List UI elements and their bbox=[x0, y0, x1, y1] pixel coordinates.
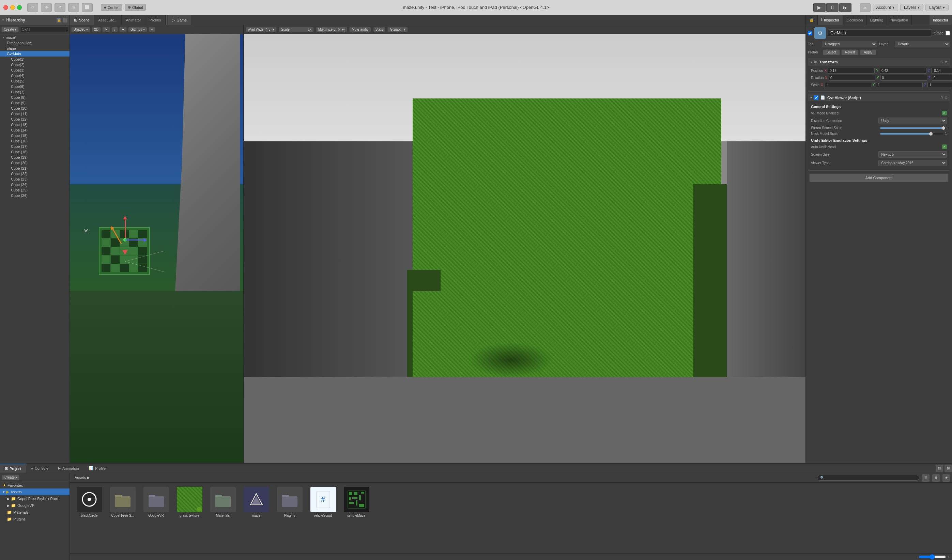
hierarchy-item-cube19[interactable]: Cube (19) bbox=[0, 155, 70, 160]
auto-untilt-checkbox[interactable]: ✓ bbox=[942, 144, 947, 149]
asset-simplemaze[interactable]: simpleMaze bbox=[341, 487, 372, 517]
move-tool[interactable]: ✥ bbox=[41, 3, 52, 12]
global-local-button[interactable]: ⊕ Global bbox=[125, 4, 146, 11]
hierarchy-item-cube23[interactable]: Cube (23) bbox=[0, 176, 70, 182]
stats-button[interactable]: Stats bbox=[373, 27, 386, 32]
layer-select[interactable]: Default bbox=[895, 41, 950, 47]
gvr-settings-icon[interactable]: ⚙ bbox=[944, 96, 947, 99]
vr-mode-checkbox[interactable]: ✓ bbox=[942, 111, 947, 116]
asset-materials[interactable]: Materials bbox=[207, 487, 238, 517]
expand-icon[interactable]: ⊞ bbox=[944, 464, 952, 472]
hierarchy-item-cube16[interactable]: Cube (16) bbox=[0, 138, 70, 144]
aspect-dropdown[interactable]: iPad Wide (4:3) ▾ bbox=[246, 27, 277, 32]
cloud-button[interactable]: ☁ bbox=[860, 3, 870, 12]
animator-tab[interactable]: Animator bbox=[122, 15, 145, 25]
active-checkbox[interactable] bbox=[808, 31, 812, 35]
inspector-tab-inspector[interactable]: ℹ Inspector bbox=[818, 15, 843, 25]
gvr-script-enabled[interactable] bbox=[814, 96, 818, 100]
hierarchy-item-cube12[interactable]: Cube (12) bbox=[0, 117, 70, 122]
hierarchy-item-directional-light[interactable]: Directional light bbox=[0, 40, 70, 46]
sound-toggle[interactable]: ♪ bbox=[111, 27, 118, 32]
hierarchy-item-cube1[interactable]: Cube(1) bbox=[0, 57, 70, 62]
rotation-x-input[interactable] bbox=[829, 75, 875, 81]
neck-slider-track[interactable] bbox=[880, 133, 944, 134]
hierarchy-item-cube8[interactable]: Cube (8) bbox=[0, 95, 70, 100]
close-button[interactable] bbox=[3, 5, 8, 10]
hierarchy-item-cube9[interactable]: Cube (9) bbox=[0, 100, 70, 106]
asset-reticlescript[interactable]: # reticleScript bbox=[308, 487, 338, 517]
inspector-tab-navigation[interactable]: Navigation bbox=[887, 15, 912, 25]
zoom-slider[interactable] bbox=[919, 554, 946, 560]
hierarchy-item-cube20[interactable]: Cube (20) bbox=[0, 160, 70, 165]
scale-tool[interactable]: ⊞ bbox=[68, 3, 79, 12]
viewer-type-select[interactable]: Cardboard May 2015 bbox=[878, 160, 947, 166]
scale-x-input[interactable] bbox=[825, 82, 871, 88]
scale-control[interactable]: Scale 1x bbox=[279, 27, 314, 32]
position-z-input[interactable] bbox=[931, 68, 952, 74]
gizmos-toggle[interactable]: Gizmos ▾ bbox=[128, 27, 147, 32]
hierarchy-lock-icon[interactable]: 🔒 bbox=[57, 18, 61, 23]
static-checkbox[interactable] bbox=[946, 31, 950, 35]
star-filter-icon[interactable]: ★ bbox=[943, 474, 950, 482]
hierarchy-item-maze[interactable]: ▾ maze* bbox=[0, 35, 70, 40]
project-plugins-item[interactable]: 📁 Plugins bbox=[0, 516, 70, 523]
scale-z-input[interactable] bbox=[927, 82, 952, 88]
play-button[interactable]: ▶ bbox=[813, 3, 825, 12]
asset-plugins[interactable]: Plugins bbox=[274, 487, 305, 517]
project-tab[interactable]: ⊞ Project bbox=[0, 464, 26, 473]
hierarchy-item-cube2[interactable]: Cube(2) bbox=[0, 62, 70, 68]
scene-canvas[interactable]: ✳ bbox=[70, 34, 243, 463]
console-tab[interactable]: ≡ Console bbox=[26, 464, 53, 473]
inspector-tab-occlusion[interactable]: Occlusion bbox=[843, 15, 867, 25]
project-copel-item[interactable]: ▶ 📁 Copel Free Skybox Pack bbox=[0, 495, 70, 502]
layers-button[interactable]: Layers ▾ bbox=[900, 4, 923, 11]
asset-store-tab[interactable]: Asset Sto... bbox=[94, 15, 122, 25]
hierarchy-create-button[interactable]: Create ▾ bbox=[2, 26, 19, 32]
gvr-help-icon[interactable]: ? bbox=[941, 96, 943, 99]
asset-grasstexture[interactable]: grass texture bbox=[174, 487, 205, 517]
inspector-tab-lighting[interactable]: Lighting bbox=[867, 15, 887, 25]
screen-size-select[interactable]: Nexus 5 bbox=[878, 151, 947, 158]
project-favorites-item[interactable]: ★ Favorites bbox=[0, 482, 70, 489]
add-component-button[interactable]: Add Component bbox=[809, 173, 949, 182]
fx-toggle[interactable]: ✦ bbox=[119, 27, 127, 32]
rotation-z-input[interactable] bbox=[932, 75, 952, 81]
stereo-slider-track[interactable] bbox=[880, 127, 944, 129]
asset-search-input[interactable] bbox=[817, 475, 919, 481]
stereo-slider-thumb[interactable] bbox=[942, 127, 945, 130]
prefab-select-button[interactable]: Select bbox=[823, 49, 840, 55]
transform-settings-icon[interactable]: ⚙ bbox=[944, 60, 947, 64]
hierarchy-search-input[interactable] bbox=[20, 26, 68, 32]
hierarchy-item-cube5[interactable]: Cube(5) bbox=[0, 78, 70, 84]
object-name-input[interactable] bbox=[828, 29, 932, 37]
collapse-icon[interactable]: ⊟ bbox=[936, 464, 943, 472]
hierarchy-item-plane[interactable]: plane bbox=[0, 46, 70, 51]
center-pivot-button[interactable]: ● Center bbox=[101, 4, 122, 11]
scale-y-input[interactable] bbox=[876, 82, 923, 88]
maximize-button[interactable] bbox=[17, 5, 22, 10]
hierarchy-item-cube25[interactable]: Cube (25) bbox=[0, 187, 70, 193]
transform-tool[interactable]: ⟳ bbox=[27, 3, 38, 12]
transform-help-icon[interactable]: ? bbox=[941, 60, 943, 64]
asset-googlevr[interactable]: GoogleVR bbox=[141, 487, 172, 517]
hierarchy-item-cube6[interactable]: Cube(6) bbox=[0, 84, 70, 89]
hierarchy-item-cube11[interactable]: Cube (11) bbox=[0, 111, 70, 117]
neck-slider-thumb[interactable] bbox=[929, 132, 933, 136]
hierarchy-item-cube10[interactable]: Cube (10) bbox=[0, 106, 70, 111]
hierarchy-item-cube3[interactable]: Cube(3) bbox=[0, 68, 70, 73]
project-materials-item[interactable]: 📁 Materials bbox=[0, 509, 70, 516]
prefab-revert-button[interactable]: Revert bbox=[841, 49, 859, 55]
account-button[interactable]: Account ▾ bbox=[873, 4, 898, 11]
inspector-tab-lock[interactable]: 🔒 bbox=[806, 15, 818, 25]
transform-header[interactable]: ▾ ⊕ Transform ? ⚙ bbox=[808, 58, 950, 66]
hierarchy-item-gvrmain[interactable]: GvrMain bbox=[0, 51, 70, 57]
hierarchy-item-cube4[interactable]: Cube(4) bbox=[0, 73, 70, 78]
asset-blackcircle[interactable]: blackCircle bbox=[74, 487, 105, 517]
hierarchy-item-cube22[interactable]: Cube (22) bbox=[0, 171, 70, 176]
hierarchy-item-cube18[interactable]: Cube (18) bbox=[0, 149, 70, 155]
scene-tab[interactable]: ⊞ Scene bbox=[70, 15, 94, 25]
prefab-apply-button[interactable]: Apply bbox=[860, 49, 876, 55]
project-create-button[interactable]: Create ▾ bbox=[2, 475, 19, 480]
layout-button[interactable]: Layout ▾ bbox=[926, 4, 949, 11]
asset-maze[interactable]: maze bbox=[241, 487, 272, 517]
